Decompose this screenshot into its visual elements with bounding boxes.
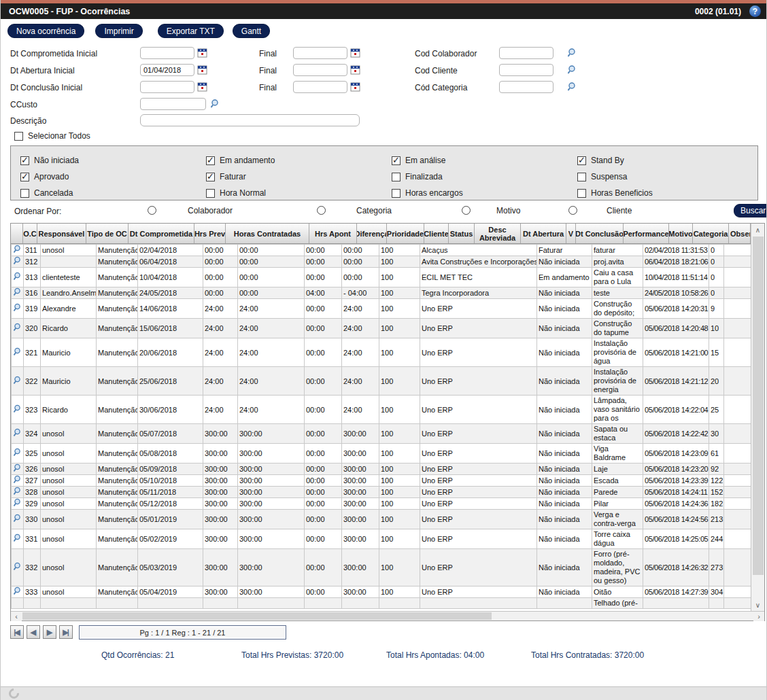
column-header-respons-vel[interactable]: Responsável [37,224,86,243]
dt-abertura-final-input[interactable] [293,64,347,76]
ccusto-input[interactable] [140,98,206,110]
gantt-button[interactable]: Gantt [233,24,270,38]
checkbox-icon[interactable] [206,173,215,181]
row-magnifier-icon[interactable] [12,338,24,367]
column-header-cliente[interactable]: Cliente [424,224,449,243]
column-header-horas-contratadas[interactable]: Horas Contratadas [226,224,309,243]
column-header-v[interactable]: V [566,224,576,243]
horizontal-scrollbar-thumb[interactable] [22,612,492,620]
dt-comprometida-final-input[interactable] [293,47,347,59]
row-magnifier-icon[interactable] [12,319,24,338]
calendar-icon[interactable] [350,82,360,92]
help-icon[interactable]: ? [749,5,761,17]
column-header-diferen-a[interactable]: Diferença [357,224,387,243]
checkbox-icon[interactable] [577,156,586,165]
column-header-dt-abertura[interactable]: Dt Abertura [521,224,566,243]
scroll-down-icon[interactable]: ∨ [751,599,764,611]
status-checkbox-faturar[interactable]: Faturar [206,169,392,185]
dt-conclusao-final-input[interactable] [293,81,347,93]
dt-conclusao-inicial-input[interactable] [140,81,194,93]
row-magnifier-icon[interactable] [12,424,24,444]
search-icon[interactable] [566,65,577,75]
cod-colaborador-input[interactable] [499,47,553,59]
column-header-status[interactable]: Status [449,224,475,243]
row-magnifier-icon[interactable] [12,510,24,529]
imprimir-button[interactable]: Imprimir [95,24,142,38]
column-header-motivo[interactable]: Motivo [669,224,693,243]
status-checkbox-cancelada[interactable]: Cancelada [20,185,206,201]
cod-categoria-input[interactable] [499,81,553,93]
column-header-desc-abreviada[interactable]: Desc Abreviada [475,224,521,243]
dt-comprometida-inicial-input[interactable] [140,47,194,59]
calendar-icon[interactable] [197,48,207,58]
column-header-dt-comprometida[interactable]: Dt Comprometida [129,224,194,243]
row-magnifier-icon[interactable] [12,367,24,396]
exportar-txt-button[interactable]: Exportar TXT [158,24,224,38]
checkbox-icon[interactable] [206,189,215,198]
checkbox-icon[interactable] [20,189,29,198]
row-magnifier-icon[interactable] [12,256,24,268]
vertical-scrollbar-thumb[interactable] [753,237,764,575]
row-magnifier-icon[interactable] [12,245,24,256]
column-header-dt-conclus-o[interactable]: Dt Conclusão [576,224,624,243]
checkbox-icon[interactable] [20,156,29,165]
horizontal-scrollbar[interactable]: ‹ › [11,611,764,620]
row-magnifier-icon[interactable] [12,268,24,287]
next-page-button[interactable]: ▶ [43,625,56,639]
status-checkbox-aprovado[interactable]: Aprovado [20,169,206,185]
row-magnifier-icon[interactable] [12,529,24,549]
ordenar-radio-cliente[interactable] [568,206,577,215]
scroll-left-icon[interactable]: ‹ [11,612,22,621]
checkbox-icon[interactable] [392,189,400,198]
selecionar-todos-checkbox[interactable]: Selecionar Todos [14,131,90,141]
prev-page-button[interactable]: ◀ [27,625,40,639]
column-header-hrs-apont[interactable]: Hrs Apont [309,224,357,243]
status-checkbox-hora-normal[interactable]: Hora Normal [206,185,392,201]
status-checkbox-suspensa[interactable]: Suspensa [577,169,757,185]
status-checkbox-horas-encargos[interactable]: Horas encargos [392,185,577,201]
column-header-hrs-prev[interactable]: Hrs Prev [194,224,226,243]
checkbox-icon[interactable] [392,173,400,181]
checkbox-icon[interactable] [577,189,586,198]
row-magnifier-icon[interactable] [12,475,24,487]
dt-abertura-inicial-input[interactable] [140,64,194,76]
checkbox-icon[interactable] [20,173,29,181]
column-header-o-c[interactable]: O.C [23,224,37,243]
buscar-button[interactable]: Buscar [734,204,767,217]
calendar-icon[interactable] [350,48,360,58]
row-magnifier-icon[interactable] [12,299,24,319]
ordenar-radio-categoria[interactable] [317,206,326,215]
status-checkbox-horas-beneficios[interactable]: Horas Beneficios [577,185,757,201]
ordenar-radio-motivo[interactable] [462,206,471,215]
row-magnifier-icon[interactable] [12,487,24,498]
row-magnifier-icon[interactable] [12,498,24,510]
row-magnifier-icon[interactable] [12,549,24,587]
search-icon[interactable] [566,48,577,58]
scroll-right-icon[interactable]: › [753,612,764,621]
status-checkbox-finalizada[interactable]: Finalizada [392,169,577,185]
row-magnifier-icon[interactable] [12,444,24,463]
column-header-categoria[interactable]: Categoria [693,224,729,243]
row-magnifier-icon[interactable] [12,463,24,475]
column-header-tipo-de-oc[interactable]: Tipo de OC [86,224,129,243]
search-icon[interactable] [566,82,577,92]
calendar-icon[interactable] [350,65,360,75]
checkbox-icon[interactable] [14,132,23,141]
status-checkbox-em-an-lise[interactable]: Em análise [392,152,577,169]
calendar-icon[interactable] [197,65,207,75]
row-magnifier-icon[interactable] [12,396,24,424]
nova-ocorrencia-button[interactable]: Nova ocorrência [7,24,84,38]
row-magnifier-icon[interactable] [12,587,24,598]
first-page-button[interactable]: |◀ [10,625,24,639]
column-header-prioridade[interactable]: Prioridade [387,224,424,243]
checkbox-icon[interactable] [392,156,400,165]
column-header-performance[interactable]: Performance [624,224,669,243]
status-checkbox-n-o-iniciada[interactable]: Não iniciada [20,152,206,169]
status-checkbox-em-andamento[interactable]: Em andamento [206,152,392,169]
checkbox-icon[interactable] [206,156,215,165]
ordenar-radio-colaborador[interactable] [148,206,156,215]
vertical-scrollbar[interactable]: ∧ ∨ [751,224,764,611]
cod-cliente-input[interactable] [499,64,553,76]
search-icon[interactable] [209,99,220,109]
calendar-icon[interactable] [197,82,207,92]
